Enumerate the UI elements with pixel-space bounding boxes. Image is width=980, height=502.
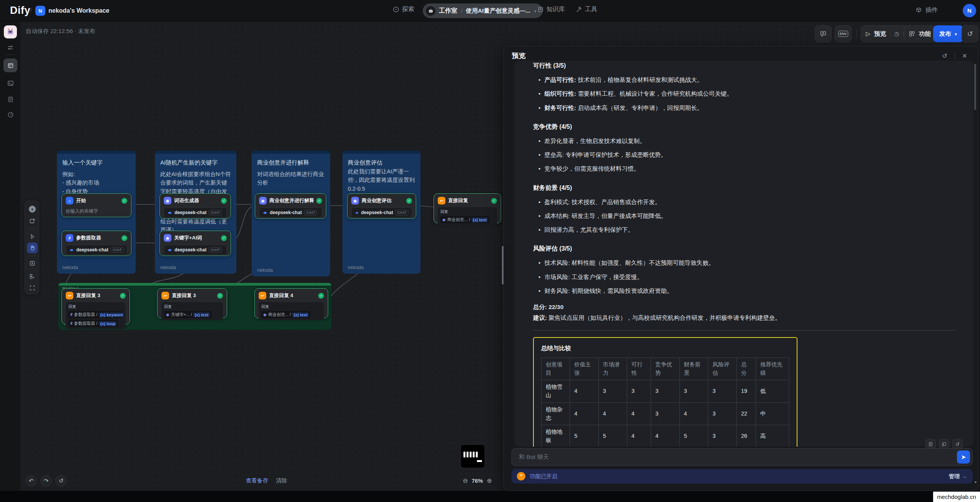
- tab-studio-active[interactable]: 工作室 / 使用AI量产创意灵感—... ∨: [423, 3, 543, 18]
- version-history-button[interactable]: ↺: [962, 25, 978, 42]
- answer-reply-icon: ↩: [161, 292, 169, 299]
- organize-blocks-button[interactable]: [27, 271, 38, 282]
- import-icon: [29, 260, 35, 266]
- divider: [533, 330, 955, 331]
- node-keyword-ai[interactable]: ◉ 关键字+AI词 ✓ deepseek-chat CHAT: [159, 231, 231, 256]
- restart-conversation-button[interactable]: ↺: [940, 51, 950, 61]
- add-node-button[interactable]: +: [27, 204, 38, 214]
- bullet-icon: •: [538, 198, 540, 206]
- note-group-idea-evaluate[interactable]: 商业创意评估 此处我们需要让AI严谨一些，因此需要将温度设置到0.2-0.5 n…: [342, 151, 420, 274]
- note-group-ai-keywords[interactable]: AI随机产生新的关键字 此处AI会根据要求组合N个符合要求的词组，产生新关键字时…: [155, 151, 236, 274]
- success-icon: ✓: [120, 293, 126, 299]
- send-icon: [961, 454, 967, 460]
- copy-button[interactable]: [939, 439, 949, 449]
- canvas-minimap[interactable]: [460, 444, 485, 468]
- app-settings-icon[interactable]: [5, 42, 16, 53]
- answer-label: 回复: [164, 304, 220, 309]
- md-bullet: •技术风险: 材料性能（如强度、耐久性）不达预期可能导致失败。: [533, 258, 955, 267]
- features-button[interactable]: 功能: [904, 25, 936, 42]
- note-group-input-keyword[interactable]: 输入一个关键字 例如: - 感兴趣的市场 - 自身优势 nekoda ⌂ 开始 …: [57, 151, 136, 274]
- publish-button[interactable]: 发布 ∨: [933, 25, 963, 42]
- llm-mini-icon: ◉: [263, 313, 267, 317]
- variable-ref: (x) text: [193, 313, 209, 317]
- answer-reply-icon: ↩: [66, 292, 73, 299]
- panel-scrollbar[interactable]: [974, 64, 976, 110]
- tab-knowledge-label: 知识库: [546, 5, 565, 13]
- monitoring-gauge-icon: [7, 111, 14, 118]
- node-answer-main[interactable]: ↩ 直接回复 ✓ 回复 ◉ 商业创意... / (x) text: [434, 193, 501, 223]
- clear-link[interactable]: 清除: [276, 477, 287, 484]
- node-word-generator[interactable]: ◉ 词语生成器 ✓ deepseek-chat CHAT: [159, 193, 231, 219]
- fit-view-button[interactable]: [27, 283, 38, 293]
- node-idea-evaluate[interactable]: ◉ 商业创意评估 ✓ deepseek-chat CHAT: [347, 193, 416, 219]
- run-history-clock-icon[interactable]: ◷: [894, 30, 899, 37]
- send-button[interactable]: [957, 450, 970, 464]
- view-saved-link[interactable]: 查看备存: [246, 477, 268, 484]
- node-title: 直接回复: [448, 197, 488, 204]
- preview-run-label[interactable]: 预览: [874, 30, 886, 38]
- app-chevron-icon[interactable]: ∨: [534, 9, 537, 13]
- md-heading-finance: 财务前景 (4/5): [533, 183, 955, 193]
- dify-logo[interactable]: Dify: [10, 5, 30, 17]
- note-group-test-output[interactable]: 测试输出 nekoda ↩ 直接回复 3 ✓ 回复 # 参数提取器 / (x) …: [58, 283, 331, 330]
- node-answer-4[interactable]: ↩ 直接回复 4 ✓ 回复 ◉ 商业创意... / (x) text: [254, 288, 328, 318]
- undo-button[interactable]: ↶: [25, 475, 37, 487]
- regenerate-button[interactable]: ↺: [952, 439, 963, 449]
- redo-button[interactable]: ↷: [40, 475, 52, 487]
- note-group-idea-explain[interactable]: 商业创意并进行解释 对词语组合的结果进行商业分析 nekoda ◉ 商业创意并进…: [252, 151, 330, 276]
- nav-plugins[interactable]: 插件: [915, 6, 938, 14]
- rail-item-terminal[interactable]: [5, 78, 16, 88]
- zoom-out-icon[interactable]: ⊖: [463, 477, 468, 484]
- add-note-button[interactable]: [27, 216, 38, 226]
- features-enabled-bar[interactable]: “ 功能已开启 管理→: [512, 469, 973, 484]
- start-home-icon: ⌂: [66, 197, 73, 204]
- user-avatar[interactable]: N: [963, 4, 976, 17]
- rail-item-monitoring[interactable]: [5, 109, 16, 120]
- model-chip: deepseek-chat CHAT: [351, 208, 412, 218]
- answer-variables: 回复 ◉ 商业创意... / (x) text: [259, 302, 324, 320]
- variable-source: 关键字+... /: [171, 312, 192, 317]
- workspace-avatar[interactable]: N: [35, 6, 45, 16]
- node-title: 词语生成器: [174, 197, 218, 204]
- workspace-chevron-icon[interactable]: ∨: [107, 8, 110, 13]
- change-history-button[interactable]: ↺: [55, 475, 67, 487]
- play-icon[interactable]: ▷: [866, 30, 870, 37]
- model-chip: deepseek-chat CHAT: [164, 208, 227, 218]
- organize-blocks-icon: [29, 273, 35, 279]
- workspace-name[interactable]: nekoda's Workspace: [48, 7, 109, 14]
- md-bullet: •产品可行性: 技术前沿，植物基复合材料研发和测试挑战大。: [533, 75, 955, 84]
- app-icon[interactable]: [4, 25, 17, 38]
- model-chip: deepseek-chat CHAT: [259, 208, 322, 218]
- hand-mode-button-active[interactable]: [27, 243, 38, 253]
- zoom-level[interactable]: 76%: [472, 478, 483, 484]
- annotation-button[interactable]: [815, 25, 832, 42]
- pointer-mode-button[interactable]: [27, 231, 38, 242]
- success-icon: ✓: [316, 198, 322, 204]
- model-mode-badge: CHAT: [111, 247, 124, 253]
- note-author: nekoda: [348, 265, 364, 270]
- manage-features-link[interactable]: 管理→: [949, 473, 968, 480]
- toolbar-divider: [28, 229, 37, 229]
- table-header-row: 创意项目价值主张 市场潜力可行性 竞争优势财务前景 风险评估总分 推荐优先级: [541, 357, 789, 380]
- zoom-in-icon[interactable]: ⊕: [487, 477, 492, 484]
- current-app-title[interactable]: 使用AI量产创意灵感—...: [466, 7, 530, 15]
- node-idea-explain[interactable]: ◉ 商业创意并进行解释 ✓ deepseek-chat CHAT: [255, 193, 326, 219]
- view-log-button[interactable]: [925, 439, 936, 449]
- tab-knowledge[interactable]: 知识库: [537, 5, 565, 13]
- note-body: 对词语组合的结果进行商业分析: [252, 166, 330, 187]
- pointer-cursor-icon: [30, 234, 35, 239]
- node-start[interactable]: ⌂ 开始 ✓ 你输入的关键字: [61, 193, 131, 217]
- chat-input[interactable]: [518, 449, 948, 465]
- tab-explore[interactable]: 探索: [393, 5, 414, 13]
- rail-item-orchestrate-active[interactable]: [3, 58, 17, 72]
- env-button[interactable]: ENV: [835, 25, 852, 42]
- tab-tools[interactable]: 工具: [576, 5, 597, 13]
- model-name: deepseek-chat: [174, 247, 206, 253]
- node-answer-3b[interactable]: ↩ 直接回复 3 ✓ 回复 ◉ 关键字+... / (x) text: [157, 288, 227, 318]
- rail-item-logs[interactable]: [5, 94, 16, 105]
- import-dsl-button[interactable]: [27, 258, 38, 269]
- close-preview-button[interactable]: ✕: [960, 51, 970, 61]
- note-author: nekoda: [62, 265, 78, 270]
- node-answer-3a[interactable]: ↩ 直接回复 3 ✓ 回复 # 参数提取器 / (x) keyword # 参数…: [61, 288, 130, 324]
- node-param-extractor[interactable]: # 参数提取器 ✓ deepseek-chat CHAT: [61, 231, 131, 256]
